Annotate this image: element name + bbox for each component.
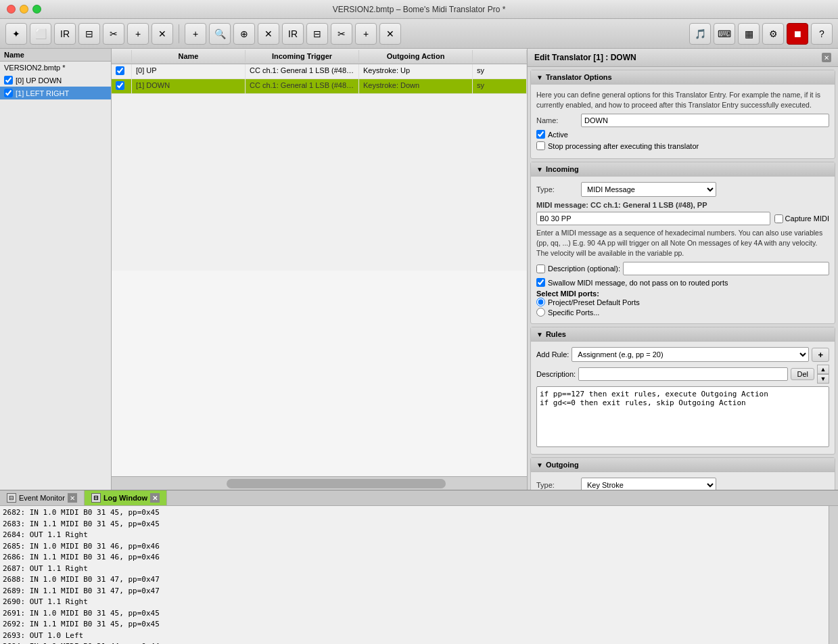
help-button[interactable]: ? <box>811 23 833 45</box>
event-monitor-close[interactable]: ✕ <box>68 493 77 503</box>
rules-body: Add Rule: Assignment (e.g, pp = 20) + De… <box>531 342 835 454</box>
horizontal-scrollbar[interactable] <box>112 476 527 490</box>
sidebar-updown-checkbox[interactable] <box>4 76 13 85</box>
rules-scroll-down[interactable]: ▼ <box>817 374 829 384</box>
swallow-label: Swallow MIDI message, do not pass on to … <box>548 279 728 287</box>
outgoing-header[interactable]: ▼ Outgoing <box>531 458 835 472</box>
sidebar-item-leftright[interactable]: [1] LEFT RIGHT <box>0 87 111 99</box>
add-button[interactable]: + <box>127 23 149 45</box>
col-incoming: Incoming Trigger <box>246 50 359 62</box>
right-panel-close[interactable]: ✕ <box>822 53 831 62</box>
incoming-section: ▼ Incoming Type: MIDI Message MIDI messa… <box>530 162 835 324</box>
delete-button[interactable]: ✕ <box>152 23 173 45</box>
main-layout: Name VERSION2.bmtp * [0] UP DOWN [1] LEF… <box>0 49 838 490</box>
incoming-header[interactable]: ▼ Incoming <box>531 162 835 177</box>
default-ports-radio[interactable] <box>536 298 545 306</box>
outgoing-title: Outgoing <box>546 461 579 469</box>
default-ports-label: Project/Preset Default Ports <box>548 298 640 306</box>
rules-desc-label: Description: <box>536 370 576 378</box>
log-line: 2693: OUT 1.0 Left <box>3 630 826 642</box>
swallow-checkbox[interactable] <box>536 278 545 287</box>
minimize-button[interactable] <box>20 5 28 14</box>
stop-toolbar-button[interactable]: ⏹ <box>787 23 808 45</box>
log-line: 2682: IN 1.0 MIDI B0 31 45, pp=0x45 <box>3 507 826 519</box>
name-input[interactable] <box>581 114 829 127</box>
import-button[interactable]: IR <box>54 23 76 45</box>
stop-processing-label: Stop processing after executing this tra… <box>548 142 699 150</box>
description-checkbox[interactable] <box>536 264 545 273</box>
dup-translator-button[interactable]: ⊕ <box>233 23 255 45</box>
specific-ports-label: Specific Ports... <box>548 308 599 317</box>
sidebar-item-preset[interactable]: VERSION2.bmtp * <box>0 62 111 74</box>
cut-button[interactable]: ✂ <box>103 23 124 45</box>
log-line: 2690: OUT 1.1 Right <box>3 597 826 608</box>
close-button[interactable] <box>7 5 16 14</box>
grid-button[interactable]: ▦ <box>738 23 760 45</box>
midi-input[interactable] <box>536 212 770 225</box>
incoming-body: Type: MIDI Message MIDI message: CC ch.1… <box>531 177 835 323</box>
specific-ports-radio[interactable] <box>536 308 545 317</box>
import-translator-button[interactable]: IR <box>282 23 304 45</box>
name-row: Name: <box>536 114 829 127</box>
cut-translator-button[interactable]: ✂ <box>331 23 352 45</box>
rules-title: Rules <box>546 330 566 338</box>
outgoing-type-select[interactable]: Key Stroke <box>581 478 716 490</box>
rules-header[interactable]: ▼ Rules <box>531 327 835 342</box>
log-line: 2688: IN 1.0 MIDI B0 31 47, pp=0x47 <box>3 574 826 586</box>
log-scrollbar[interactable] <box>829 506 838 644</box>
del2-button[interactable]: ✕ <box>379 23 401 45</box>
add-rule-select[interactable]: Assignment (e.g, pp = 20) <box>572 347 809 362</box>
midi-button[interactable]: 🎵 <box>689 23 711 45</box>
table-row-down[interactable]: [1] DOWN CC ch.1: General 1 LSB (#48), P… <box>112 79 527 94</box>
description-input[interactable] <box>623 262 829 275</box>
bottom-tabs: ⊟ Event Monitor ✕ ⊟ Log Window ✕ <box>0 490 838 506</box>
right-panel: Edit Translator [1] : DOWN ✕ ▼ Translato… <box>527 49 838 490</box>
outgoing-type-label: Type: <box>536 481 577 489</box>
col-status <box>473 50 527 62</box>
add-translator-button[interactable]: + <box>185 23 206 45</box>
search-button[interactable]: 🔍 <box>209 23 231 45</box>
event-monitor-icon[interactable]: ⊟ <box>7 493 16 503</box>
export-translator-button[interactable]: ⊟ <box>306 23 328 45</box>
settings-button[interactable]: ⚙ <box>762 23 784 45</box>
midi-message-row: MIDI message: CC ch.1: General 1 LSB (#4… <box>536 201 829 209</box>
capture-midi-checkbox[interactable] <box>774 214 783 223</box>
event-monitor-tab[interactable]: ⊟ Event Monitor ✕ <box>0 490 85 505</box>
keyboard-button[interactable]: ⌨ <box>714 23 735 45</box>
rules-textarea[interactable]: if pp==127 then exit rules, execute Outg… <box>536 386 829 447</box>
add-preset-button[interactable]: ✦ <box>5 23 27 45</box>
main-toolbar: ✦ ⬜ IR ⊟ ✂ + ✕ + 🔍 ⊕ ✕ IR ⊟ ✂ + ✕ 🎵 ⌨ ▦ … <box>0 19 838 49</box>
midi-info-text: Enter a MIDI message as a sequence of he… <box>536 228 829 258</box>
log-window-icon[interactable]: ⊟ <box>91 493 101 503</box>
log-area: 2682: IN 1.0 MIDI B0 31 45, pp=0x452683:… <box>0 506 838 644</box>
del-translator-button[interactable]: ✕ <box>258 23 279 45</box>
stop-processing-row: Stop processing after executing this tra… <box>536 141 829 150</box>
active-checkbox[interactable] <box>536 130 545 139</box>
add2-button[interactable]: + <box>355 23 377 45</box>
del-rule-button[interactable]: Del <box>791 368 814 380</box>
sidebar-leftright-checkbox[interactable] <box>4 89 13 97</box>
row-down-incoming: CC ch.1: General 1 LSB (#48), PP <box>246 79 359 93</box>
log-window-label: Log Window <box>103 494 147 502</box>
rules-scroll-up[interactable]: ▲ <box>817 365 829 374</box>
type-row: Type: MIDI Message <box>536 182 829 197</box>
rules-desc-input[interactable] <box>578 367 788 381</box>
toolbar-sep-1 <box>179 24 179 43</box>
log-window-close[interactable]: ✕ <box>150 493 160 503</box>
log-line: 2691: IN 1.0 MIDI B0 31 45, pp=0x45 <box>3 608 826 620</box>
maximize-button[interactable] <box>32 5 41 14</box>
type-select[interactable]: MIDI Message <box>581 182 716 197</box>
export-button[interactable]: ⊟ <box>78 23 100 45</box>
duplicate-button[interactable]: ⬜ <box>30 23 51 45</box>
table-row-up[interactable]: [0] UP CC ch.1: General 1 LSB (#48), PP … <box>112 64 527 79</box>
stop-processing-checkbox[interactable] <box>536 141 545 150</box>
sidebar-item-updown[interactable]: [0] UP DOWN <box>0 74 111 87</box>
outgoing-type-row: Type: Key Stroke <box>536 478 829 490</box>
translator-options-header[interactable]: ▼ Translator Options <box>531 70 835 85</box>
rules-collapse-icon: ▼ <box>536 331 543 338</box>
add-rule-button[interactable]: + <box>812 348 829 362</box>
event-monitor-label: Event Monitor <box>19 494 65 502</box>
log-content[interactable]: 2682: IN 1.0 MIDI B0 31 45, pp=0x452683:… <box>0 506 829 644</box>
scroll-thumb[interactable] <box>227 479 446 488</box>
log-window-tab[interactable]: ⊟ Log Window ✕ <box>85 490 167 505</box>
